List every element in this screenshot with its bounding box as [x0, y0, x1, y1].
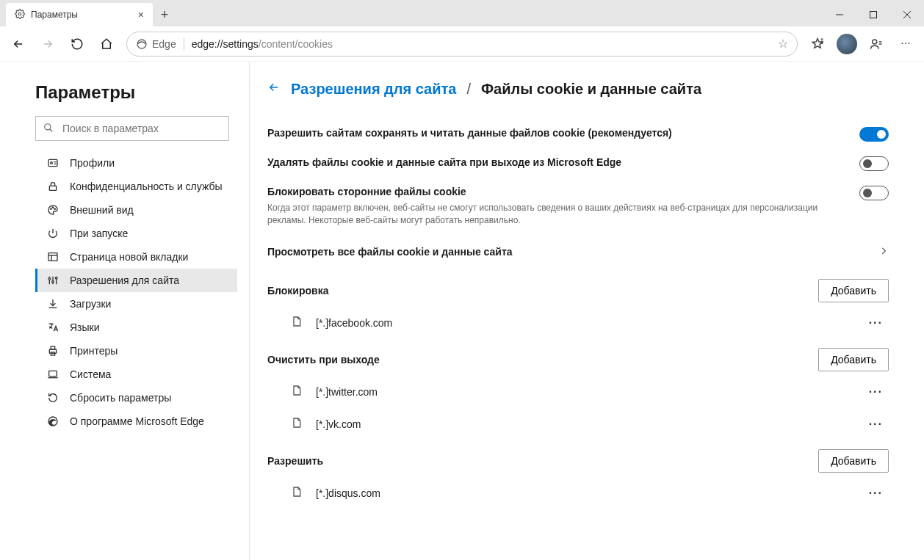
breadcrumb: Разрешения для сайта / Файлы cookie и да… [267, 81, 889, 98]
nav-label: Система [70, 368, 111, 380]
svg-rect-28 [51, 346, 54, 349]
clear-site-item: [*.]vk.com ··· [267, 408, 889, 440]
section-title: Блокировка [267, 285, 328, 297]
power-icon [46, 228, 59, 239]
site-more-button[interactable]: ··· [863, 484, 889, 502]
svg-point-0 [18, 12, 21, 15]
new-tab-button[interactable]: + [153, 3, 176, 26]
browser-tab[interactable]: Параметры × [6, 3, 153, 26]
svg-point-24 [52, 281, 54, 283]
setting-description: Когда этот параметр включен, веб-сайты н… [267, 202, 826, 227]
settings-search-input[interactable] [61, 122, 221, 135]
settings-nav: Профили Конфиденциальность и службы Внеш… [35, 151, 237, 433]
svg-point-15 [51, 208, 51, 209]
site-more-button[interactable]: ··· [863, 383, 889, 401]
nav-profiles[interactable]: Профили [35, 151, 237, 175]
home-button[interactable] [93, 31, 120, 57]
nav-startup[interactable]: При запуске [35, 222, 237, 245]
back-button[interactable] [4, 31, 32, 57]
refresh-button[interactable] [63, 31, 91, 57]
site-more-button[interactable]: ··· [863, 314, 889, 332]
breadcrumb-back-icon[interactable] [267, 81, 281, 98]
add-block-button[interactable]: Добавить [818, 279, 889, 302]
settings-search[interactable] [35, 116, 229, 141]
download-icon [46, 298, 59, 310]
nav-privacy[interactable]: Конфиденциальность и службы [35, 175, 237, 198]
nav-label: Сбросить параметры [70, 392, 171, 404]
breadcrumb-parent[interactable]: Разрешения для сайта [291, 81, 456, 98]
search-icon [43, 123, 54, 135]
nav-newtab[interactable]: Страница новой вкладки [35, 245, 237, 269]
nav-printers[interactable]: Принтеры [35, 339, 237, 363]
setting-label: Разрешить сайтам сохранять и читать данн… [267, 127, 672, 139]
palette-icon [46, 204, 59, 216]
settings-sidebar: Параметры Профили Конфиденциальность и с… [0, 62, 250, 560]
setting-block-third-party: Блокировать сторонние файлы cookie Когда… [267, 178, 889, 234]
setting-label: Блокировать сторонние файлы cookie [267, 186, 826, 197]
view-all-cookies-link[interactable]: Просмотреть все файлы cookie и данные са… [267, 234, 889, 270]
toggle-clear-on-exit[interactable] [859, 156, 889, 171]
site-identity[interactable]: Edge [136, 38, 176, 50]
favorites-button[interactable] [804, 31, 831, 57]
svg-rect-2 [870, 12, 877, 18]
nav-label: О программе Microsoft Edge [70, 415, 204, 427]
section-title: Очистить при выходе [267, 354, 380, 366]
svg-point-16 [52, 207, 53, 208]
nav-label: При запуске [70, 228, 128, 239]
site-domain: [*.]twitter.com [316, 386, 378, 398]
nav-site-permissions[interactable]: Разрешения для сайта [35, 269, 237, 292]
breadcrumb-current: Файлы cookie и данные сайта [481, 81, 701, 98]
add-clear-button[interactable]: Добавить [818, 348, 889, 371]
nav-label: Загрузки [70, 298, 111, 310]
nav-label: Принтеры [70, 345, 118, 357]
nav-about[interactable]: О программе Microsoft Edge [35, 410, 237, 433]
nav-reset[interactable]: Сбросить параметры [35, 386, 237, 410]
setting-clear-on-exit: Удалять файлы cookie и данные сайта при … [267, 149, 889, 178]
profile-card-icon [46, 157, 59, 169]
svg-line-11 [50, 128, 53, 131]
tab-strip: Параметры × + [0, 3, 176, 26]
chevron-right-icon [878, 246, 889, 258]
sidebar-title: Параметры [35, 82, 237, 103]
feedback-button[interactable] [862, 31, 890, 57]
add-allow-button[interactable]: Добавить [818, 449, 889, 473]
toggle-block-third-party[interactable] [859, 186, 889, 200]
allow-site-item: [*.]disqus.com ··· [267, 477, 889, 509]
svg-point-26 [55, 277, 57, 279]
reset-icon [46, 392, 59, 404]
nav-downloads[interactable]: Загрузки [35, 292, 237, 316]
close-tab-icon[interactable]: × [138, 9, 144, 21]
site-more-button[interactable]: ··· [863, 415, 889, 433]
nav-appearance[interactable]: Внешний вид [35, 198, 237, 222]
svg-rect-30 [49, 371, 57, 376]
nav-label: Разрешения для сайта [70, 274, 179, 286]
link-label: Просмотреть все файлы cookie и данные са… [267, 246, 513, 258]
nav-label: Страница новой вкладки [70, 251, 188, 263]
maximize-button[interactable] [856, 3, 890, 26]
menu-button[interactable]: ··· [892, 31, 920, 57]
gear-icon [15, 9, 25, 21]
setting-label: Удалять файлы cookie и данные сайта при … [267, 156, 621, 168]
printer-icon [46, 345, 59, 357]
site-identity-label: Edge [152, 38, 176, 50]
blocked-site-item: [*.]facebook.com ··· [267, 307, 889, 339]
settings-main-panel: Разрешения для сайта / Файлы cookie и да… [250, 62, 924, 560]
nav-languages[interactable]: Языки [35, 316, 237, 339]
site-domain: [*.]disqus.com [316, 487, 380, 499]
browser-toolbar: Edge edge://settings/content/cookies ☆ ·… [0, 26, 924, 62]
setting-allow-cookies: Разрешить сайтам сохранять и читать данн… [267, 120, 889, 149]
address-bar[interactable]: Edge edge://settings/content/cookies ☆ [126, 32, 798, 57]
nav-system[interactable]: Система [35, 363, 237, 386]
close-window-button[interactable] [890, 3, 924, 26]
minimize-button[interactable] [823, 3, 856, 26]
profile-button[interactable] [833, 31, 861, 57]
edge-icon [136, 38, 148, 50]
grid-icon [46, 251, 59, 263]
site-domain: [*.]vk.com [316, 418, 361, 430]
svg-point-22 [48, 278, 51, 280]
toggle-allow-cookies[interactable] [859, 127, 889, 142]
window-controls [823, 3, 924, 26]
favorite-star-icon[interactable]: ☆ [778, 37, 788, 51]
separator [184, 37, 184, 51]
forward-button[interactable] [34, 31, 62, 57]
